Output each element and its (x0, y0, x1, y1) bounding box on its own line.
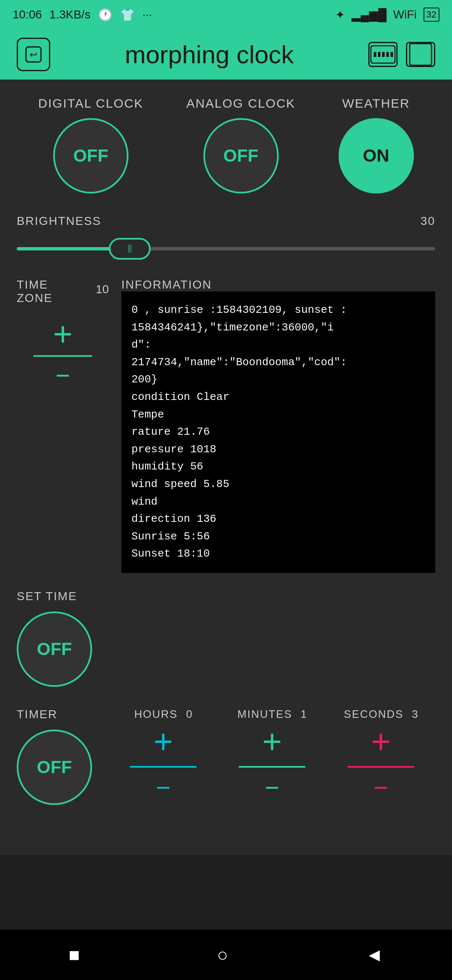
timer-minutes-header: MINUTES 1 (237, 708, 306, 721)
bottom-nav: ■ ○ ◄ (0, 930, 452, 980)
timer-hours-unit: HOURS 0 + − (121, 708, 205, 800)
alarm-icon: 🕐 (98, 8, 113, 22)
information-text: 0 , sunrise :1584302109, sunset : 158434… (131, 302, 425, 563)
timer-controls: HOURS 0 + − MINUTES 1 + − (109, 708, 435, 800)
wifi-icon: WiFi (393, 8, 417, 21)
status-left: 10:06 1.3KB/s 🕐 👕 ··· (13, 8, 152, 22)
timer-minutes-value: 1 (300, 708, 306, 721)
timezone-section: TIME ZONE 10 + − (17, 278, 109, 573)
digital-clock-item: DIGITAL CLOCK OFF (38, 96, 143, 193)
timer-hours-plus[interactable]: + (154, 725, 173, 758)
svg-rect-6 (386, 52, 389, 57)
timer-seconds-value: 3 (412, 708, 418, 721)
information-box: 0 , sunrise :1584302109, sunset : 158434… (121, 291, 435, 573)
timezone-label: TIME ZONE (17, 278, 87, 305)
timer-hours-value: 0 (186, 708, 192, 721)
timer-hours-divider (130, 766, 197, 768)
timer-seconds-minus[interactable]: − (373, 775, 388, 800)
video-icon[interactable] (368, 42, 398, 67)
brightness-slider-thumb[interactable]: ⦀ (109, 238, 151, 260)
signal-icon: ▂▄▆█ (352, 8, 387, 22)
clock-section: DIGITAL CLOCK OFF ANALOG CLOCK OFF WEATH… (17, 96, 435, 193)
brightness-slider-container: ⦀ (17, 236, 435, 261)
status-time: 10:06 (13, 8, 42, 21)
nav-stop-button[interactable]: ■ (69, 944, 80, 965)
bluetooth-icon: ✦ (335, 8, 345, 22)
timezone-divider (33, 355, 92, 357)
brightness-value: 30 (421, 214, 435, 228)
timezone-minus-button[interactable]: − (17, 361, 109, 390)
timer-seconds-unit: SECONDS 3 + − (339, 708, 423, 800)
brightness-section: BRIGHTNESS 30 ⦀ (17, 214, 435, 261)
header-icons (368, 42, 435, 67)
svg-rect-3 (374, 52, 376, 57)
set-time-left: SET TIME OFF (17, 590, 109, 687)
digital-clock-toggle[interactable]: OFF (53, 118, 128, 193)
brightness-header: BRIGHTNESS 30 (17, 214, 435, 228)
battery-level: 32 (426, 9, 437, 20)
svg-rect-5 (382, 52, 385, 57)
timer-hours-minus[interactable]: − (156, 775, 170, 800)
app-header: ↩ morphing clock (0, 29, 452, 80)
nav-back-button[interactable]: ◄ (365, 944, 384, 965)
shirt-icon: 👕 (120, 8, 135, 22)
slider-track-bg (17, 247, 435, 250)
brightness-label: BRIGHTNESS (17, 214, 101, 228)
weather-item: WEATHER ON (339, 96, 414, 193)
weather-label: WEATHER (342, 96, 410, 111)
main-content: DIGITAL CLOCK OFF ANALOG CLOCK OFF WEATH… (0, 80, 452, 855)
svg-rect-7 (390, 52, 393, 57)
analog-clock-label: ANALOG CLOCK (186, 96, 295, 111)
timer-label: TIMER (17, 708, 109, 721)
more-icon: ··· (142, 8, 152, 21)
timer-toggle[interactable]: OFF (17, 730, 92, 805)
status-right: ✦ ▂▄▆█ WiFi 32 (335, 8, 439, 22)
status-bar: 10:06 1.3KB/s 🕐 👕 ··· ✦ ▂▄▆█ WiFi 32 (0, 0, 452, 29)
timer-seconds-label: SECONDS (344, 708, 403, 721)
set-time-section: SET TIME OFF (17, 590, 435, 687)
information-section: INFORMATION 0 , sunrise :1584302109, sun… (121, 278, 435, 573)
analog-clock-item: ANALOG CLOCK OFF (186, 96, 295, 193)
set-time-toggle[interactable]: OFF (17, 611, 92, 687)
app-title: morphing clock (125, 40, 294, 69)
slider-grip-icon: ⦀ (127, 242, 132, 256)
weather-toggle[interactable]: ON (339, 118, 414, 193)
timer-minutes-plus[interactable]: + (262, 725, 282, 758)
information-label: INFORMATION (121, 278, 212, 291)
timezone-value: 10 (96, 283, 109, 296)
timer-hours-label: HOURS (134, 708, 178, 721)
nav-home-button[interactable]: ○ (217, 944, 228, 965)
timer-minutes-unit: MINUTES 1 + − (230, 708, 314, 800)
analog-clock-toggle[interactable]: OFF (203, 118, 279, 193)
svg-rect-8 (410, 44, 431, 65)
timer-section: TIMER OFF HOURS 0 + − (17, 708, 435, 805)
timer-minutes-minus[interactable]: − (265, 775, 279, 800)
digital-clock-label: DIGITAL CLOCK (38, 96, 143, 111)
timer-minutes-label: MINUTES (237, 708, 292, 721)
timer-left: TIMER OFF (17, 708, 109, 805)
svg-text:↩: ↩ (30, 49, 37, 60)
status-network: 1.3KB/s (49, 8, 90, 21)
svg-rect-4 (378, 52, 380, 57)
timezone-plus-button[interactable]: + (17, 317, 109, 351)
timer-seconds-plus[interactable]: + (371, 725, 391, 758)
window-icon[interactable] (406, 42, 435, 67)
battery-icon: 32 (424, 8, 439, 22)
back-button[interactable]: ↩ (17, 38, 50, 71)
timer-row: TIMER OFF HOURS 0 + − (17, 708, 435, 805)
timer-seconds-divider (347, 766, 414, 768)
timer-seconds-header: SECONDS 3 (344, 708, 418, 721)
timer-minutes-divider (239, 766, 306, 768)
set-time-label: SET TIME (17, 590, 109, 603)
tz-info-row: TIME ZONE 10 + − INFORMATION 0 , sunrise… (17, 278, 435, 573)
timer-hours-header: HOURS 0 (134, 708, 192, 721)
